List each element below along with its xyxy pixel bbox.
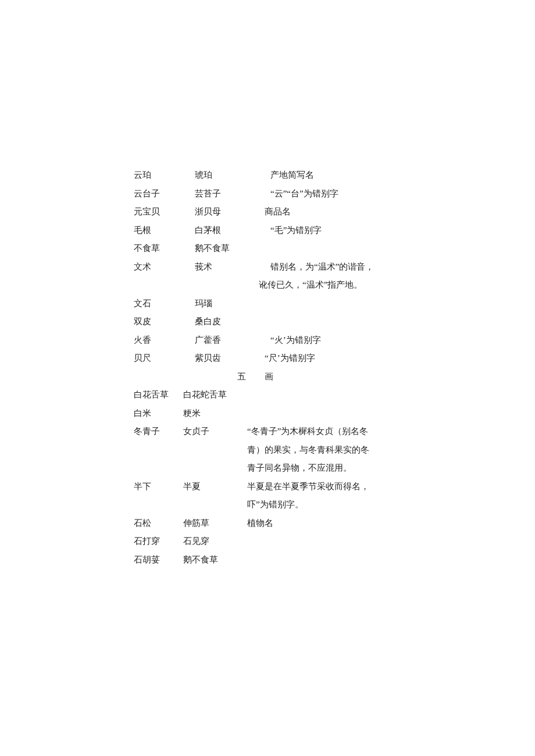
- col-proper: 玛瑙: [195, 295, 265, 313]
- col-note: [265, 239, 407, 258]
- table-row: 不食草 鹅不食草: [134, 239, 407, 258]
- col-alias: 火香: [134, 331, 195, 350]
- col-note: “火’为错别字: [265, 331, 407, 350]
- table-row: 石打穿 石见穿: [134, 532, 407, 551]
- col-note: “毛”为错别字: [265, 221, 407, 240]
- table-row-continuation: 讹传已久，“温术”指产地。: [134, 276, 407, 295]
- table-row: 文石 玛瑙: [134, 295, 407, 313]
- table-row: 毛根 白茅根 “毛”为错别字: [134, 221, 407, 240]
- col-note: [253, 386, 407, 404]
- table-row: 半下 半夏 半夏是在半夏季节采收而得名，: [134, 478, 407, 496]
- col-note: 半夏是在半夏季节采收而得名，: [247, 478, 407, 496]
- col-proper: 琥珀: [195, 166, 265, 185]
- col-proper: 浙贝母: [195, 203, 265, 221]
- table-row: 元宝贝 浙贝母 商品名: [134, 203, 407, 221]
- table-row: 石胡荽 鹅不食草: [134, 551, 407, 569]
- col-note: [253, 404, 407, 423]
- col-note: 吓”为错别字。: [247, 496, 407, 514]
- col-proper: 鹅不食草: [195, 239, 265, 258]
- table-row: 贝尺 紫贝齿 “尺’为错别字: [134, 349, 407, 368]
- spacer: [134, 276, 253, 295]
- col-note: [265, 313, 407, 331]
- col-alias: 不食草: [134, 239, 195, 258]
- table-row: 冬青子 女贞子 “冬青子”为木樨科女贞（别名冬: [134, 422, 407, 441]
- col-note: 讹传已久，“温术”指产地。: [253, 276, 407, 295]
- col-note: 商品名: [265, 203, 407, 221]
- col-note: [265, 295, 407, 313]
- table-row: 双皮 桑白皮: [134, 313, 407, 331]
- col-note: [253, 551, 407, 569]
- col-proper: 粳米: [183, 404, 253, 423]
- col-alias: 文术: [134, 258, 195, 277]
- table-row-continuation: 青）的果实，与冬青科果实的冬: [134, 441, 407, 460]
- col-note: 错别名，为“温术”的谐音，: [265, 258, 407, 277]
- table-row: 文术 莪术 错别名，为“温术”的谐音，: [134, 258, 407, 277]
- col-note: “尺’为错别字: [265, 349, 407, 368]
- table-row: 石松 伸筋草 植物名: [134, 514, 407, 533]
- col-note: “冬青子”为木樨科女贞（别名冬: [247, 422, 407, 441]
- col-note: 植物名: [247, 514, 407, 533]
- col-alias: 云台子: [134, 185, 195, 203]
- col-alias: 毛根: [134, 221, 195, 240]
- col-alias: 元宝贝: [134, 203, 195, 221]
- col-alias: 贝尺: [134, 349, 195, 368]
- spacer: [134, 459, 247, 478]
- col-proper: 紫贝齿: [195, 349, 265, 368]
- section-char-2: 画: [265, 368, 288, 386]
- col-alias: 云珀: [134, 166, 195, 185]
- table-row-continuation: 青子同名异物，不应混用。: [134, 459, 407, 478]
- col-proper: 芸苔子: [195, 185, 265, 203]
- spacer: [134, 441, 247, 460]
- col-proper: 石见穿: [183, 532, 253, 551]
- col-proper: 女贞子: [183, 422, 253, 441]
- document-page: 云珀 琥珀 产地简写名 云台子 芸苔子 “云”“台”为错别字 元宝贝 浙贝母 商…: [134, 166, 407, 569]
- col-proper: 半夏: [183, 478, 253, 496]
- col-note: “云”“台”为错别字: [265, 185, 407, 203]
- table-row: 云珀 琥珀 产地简写名: [134, 166, 407, 185]
- table-row-continuation: 吓”为错别字。: [134, 496, 407, 514]
- col-alias: 双皮: [134, 313, 195, 331]
- col-proper: 广藿香: [195, 331, 265, 350]
- table-row: 白花舌草 白花蛇舌草: [134, 386, 407, 404]
- col-proper: 白茅根: [195, 221, 265, 240]
- col-proper: 莪术: [195, 258, 265, 277]
- col-note: 产地简写名: [265, 166, 407, 185]
- col-note: [253, 532, 407, 551]
- table-row: 云台子 芸苔子 “云”“台”为错别字: [134, 185, 407, 203]
- col-note: 青）的果实，与冬青科果实的冬: [247, 441, 407, 460]
- spacer: [134, 496, 247, 514]
- section-char-1: 五: [218, 368, 265, 386]
- table-row: 白米 粳米: [134, 404, 407, 423]
- col-proper: 桑白皮: [195, 313, 265, 331]
- col-proper: 鹅不食草: [183, 551, 253, 569]
- col-note: 青子同名异物，不应混用。: [247, 459, 407, 478]
- col-proper: 白花蛇舌草: [183, 386, 253, 404]
- table-row: 火香 广藿香 “火’为错别字: [134, 331, 407, 350]
- col-alias: 文石: [134, 295, 195, 313]
- spacer: [134, 368, 218, 386]
- col-proper: 伸筋草: [183, 514, 253, 533]
- section-heading: 五 画: [134, 368, 407, 386]
